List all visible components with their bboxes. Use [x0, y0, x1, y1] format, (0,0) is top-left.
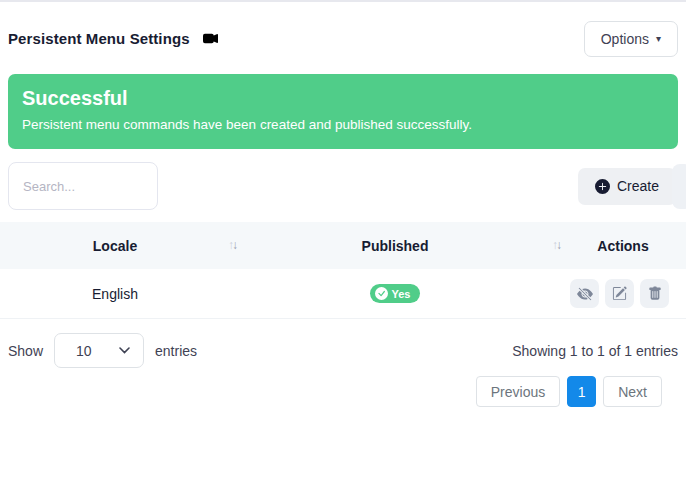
- show-label: Show: [8, 343, 43, 359]
- column-label: Actions: [597, 238, 648, 254]
- table-row: English Yes: [0, 269, 686, 319]
- entries-label: entries: [155, 343, 197, 359]
- search-input[interactable]: [8, 162, 158, 210]
- table-footer: Show 10 entries Showing 1 to 1 of 1 entr…: [8, 333, 678, 368]
- options-button-label: Options: [601, 31, 649, 47]
- create-button-label: Create: [617, 178, 659, 194]
- alert-message: Persistent menu commands have been creat…: [22, 117, 662, 132]
- next-page-button[interactable]: Next: [603, 376, 662, 407]
- check-circle-icon: [375, 287, 388, 300]
- page-title: Persistent Menu Settings: [8, 30, 190, 47]
- published-status-badge: Yes: [370, 284, 421, 303]
- card-header: Persistent Menu Settings Options ▾: [0, 2, 686, 60]
- persistent-menu-settings-card: Persistent Menu Settings Options ▾ Succe…: [0, 0, 686, 501]
- column-header-locale[interactable]: Locale ↑↓: [0, 238, 230, 254]
- page-size-value: 10: [76, 343, 92, 359]
- eye-slash-icon: [577, 286, 593, 302]
- table-toolbar: Create: [8, 162, 678, 210]
- edit-button[interactable]: [605, 279, 634, 308]
- column-label: Published: [362, 238, 429, 254]
- video-camera-icon[interactable]: [202, 31, 219, 46]
- delete-button[interactable]: [640, 279, 669, 308]
- chevron-down-icon: [119, 347, 130, 354]
- trash-icon: [648, 286, 662, 301]
- actions-cell: [560, 279, 686, 308]
- alert-title: Successful: [22, 87, 662, 110]
- caret-down-icon: ▾: [656, 34, 661, 44]
- plus-circle-icon: [595, 179, 610, 194]
- pagination: Previous 1 Next: [0, 376, 662, 407]
- sort-icon[interactable]: ↑↓: [552, 237, 560, 251]
- previous-page-button[interactable]: Previous: [476, 376, 560, 407]
- success-alert: Successful Persistent menu commands have…: [8, 74, 678, 149]
- locale-cell: English: [0, 286, 230, 302]
- column-label: Locale: [93, 238, 137, 254]
- column-header-actions: Actions: [560, 238, 686, 254]
- published-badge-label: Yes: [392, 288, 411, 300]
- locales-table: Locale ↑↓ Published ↑↓ Actions English: [0, 222, 686, 319]
- published-cell: Yes: [230, 284, 560, 303]
- entries-summary: Showing 1 to 1 of 1 entries: [512, 343, 678, 359]
- page-size-select[interactable]: 10: [54, 333, 144, 368]
- table-header-row: Locale ↑↓ Published ↑↓ Actions: [0, 222, 686, 269]
- unpublish-button[interactable]: [570, 279, 599, 308]
- page-number-button[interactable]: 1: [567, 376, 596, 407]
- edit-icon: [612, 286, 627, 301]
- options-button[interactable]: Options ▾: [584, 21, 678, 57]
- offscreen-button-partial: [672, 164, 686, 209]
- column-header-published[interactable]: Published ↑↓: [230, 238, 560, 254]
- create-button[interactable]: Create: [578, 168, 676, 205]
